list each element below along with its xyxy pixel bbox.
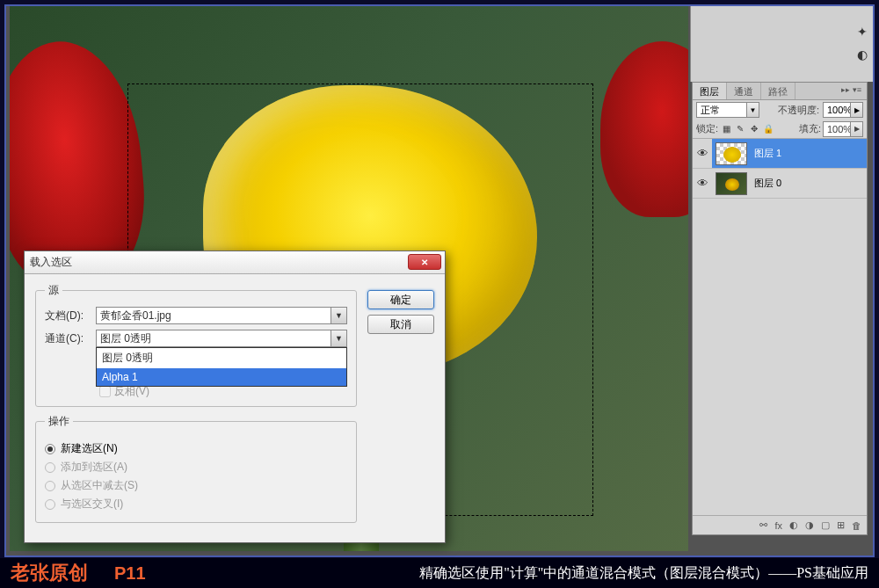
layer-list: 👁 图层 1 👁 图层 0 (693, 139, 867, 199)
dropdown-option-selected[interactable]: Alpha 1 (97, 368, 346, 386)
radio-intersect-selection (45, 499, 55, 510)
lock-all-icon[interactable]: 🔒 (762, 124, 774, 134)
visibility-eye-icon[interactable]: 👁 (693, 177, 712, 190)
panel-menu-icon[interactable]: ▸▸ ▾≡ (836, 83, 867, 99)
channel-dropdown: 图层 0透明 Alpha 1 (96, 347, 347, 387)
layer-row[interactable]: 👁 图层 0 (693, 169, 867, 199)
adjust-tool-icon[interactable]: ◐ (854, 47, 870, 62)
right-tool-strip: ✦ ◐ (852, 24, 873, 76)
layer-name: 图层 1 (751, 147, 781, 160)
lock-pixels-icon[interactable]: ✎ (734, 124, 746, 134)
layer-thumbnail[interactable] (716, 172, 747, 195)
ok-button[interactable]: 确定 (367, 290, 434, 309)
operation-fieldset: 操作 新建选区(N) 添加到选区(A) 从选区中减去(S) (35, 414, 357, 523)
document-select[interactable]: 黄郁金香01.jpg ▼ (96, 307, 347, 324)
fill-value: 100% (827, 124, 852, 134)
tab-paths[interactable]: 路径 (761, 83, 795, 99)
operation-legend: 操作 (45, 414, 73, 429)
layer-row-selected[interactable]: 👁 图层 1 (693, 139, 867, 169)
radio-add-selection (45, 462, 55, 473)
close-button[interactable]: ✕ (408, 254, 441, 270)
new-layer-icon[interactable]: ⊞ (837, 519, 845, 531)
adjustment-layer-icon[interactable]: ◑ (805, 519, 814, 531)
dropdown-option[interactable]: 图层 0透明 (97, 348, 346, 368)
blend-mode-select[interactable]: 正常 ▼ (696, 102, 759, 118)
channel-select[interactable]: 图层 0透明 ▼ 图层 0透明 Alpha 1 (96, 330, 347, 347)
fill-label: 填充: (799, 122, 821, 135)
visibility-eye-icon[interactable]: 👁 (693, 139, 712, 168)
tab-layers[interactable]: 图层 (693, 83, 727, 99)
chevron-down-icon: ▼ (331, 308, 346, 323)
delete-layer-icon[interactable]: 🗑 (852, 520, 861, 531)
app-frame: ✦ ◐ 载入选区 ✕ 源 文档(D): 黄郁金香01.jpg ▼ (4, 4, 875, 557)
lock-transparency-icon[interactable]: ▦ (720, 124, 732, 134)
layer-name: 图层 0 (751, 177, 781, 190)
lock-label: 锁定: (696, 122, 718, 135)
source-legend: 源 (45, 283, 62, 298)
channel-label: 通道(C): (45, 331, 91, 346)
lock-position-icon[interactable]: ✥ (748, 124, 760, 134)
dialog-title: 载入选区 (30, 255, 72, 270)
channel-value: 图层 0透明 (100, 331, 151, 346)
radio-new-selection[interactable] (45, 444, 55, 454)
source-fieldset: 源 文档(D): 黄郁金香01.jpg ▼ 通道(C): 图层 0透明 ▼ (35, 283, 357, 407)
layers-panel: 图层 通道 路径 ▸▸ ▾≡ 正常 ▼ 不透明度: 100% ▶ 锁定: ▦ ✎… (692, 82, 868, 535)
panel-tabs: 图层 通道 路径 ▸▸ ▾≡ (693, 83, 867, 100)
opacity-input[interactable]: 100% ▶ (823, 102, 863, 118)
panel-footer: ⚯ fx ◐ ◑ ▢ ⊞ 🗑 (693, 515, 867, 534)
page-number: P11 (114, 563, 146, 584)
chevron-down-icon: ▼ (331, 330, 346, 346)
op-sub-label: 从选区中减去(S) (61, 478, 138, 493)
link-layers-icon[interactable]: ⚯ (759, 519, 767, 531)
workspace-gray-area: ✦ ◐ (690, 6, 873, 82)
cancel-button[interactable]: 取消 (367, 315, 434, 334)
brush-tool-icon[interactable]: ✦ (854, 24, 870, 40)
document-value: 黄郁金香01.jpg (100, 309, 171, 323)
caption-text: 精确选区使用"计算"中的通道混合模式（图层混合模式）——PS基础应用 (419, 564, 868, 583)
opacity-value: 100% (827, 105, 852, 115)
dialog-titlebar[interactable]: 载入选区 ✕ (25, 251, 445, 274)
load-selection-dialog: 载入选区 ✕ 源 文档(D): 黄郁金香01.jpg ▼ 通道(C): (24, 250, 446, 543)
layer-empty-area (693, 199, 867, 515)
chevron-down-icon: ▼ (746, 103, 759, 117)
invert-checkbox (99, 386, 111, 397)
layer-group-icon[interactable]: ▢ (821, 519, 830, 531)
author-text: 老张原创 (11, 560, 88, 586)
op-new-label: 新建选区(N) (61, 441, 118, 456)
chevron-right-icon: ▶ (850, 103, 862, 117)
layer-mask-icon[interactable]: ◐ (789, 519, 798, 531)
image-content (600, 41, 688, 217)
footer-caption: 老张原创 P11 精确选区使用"计算"中的通道混合模式（图层混合模式）——PS基… (0, 558, 879, 588)
radio-subtract-selection (45, 481, 55, 491)
blend-value: 正常 (701, 104, 720, 117)
op-int-label: 与选区交叉(I) (61, 497, 123, 512)
tab-channels[interactable]: 通道 (727, 83, 761, 99)
layer-thumbnail[interactable] (716, 142, 747, 165)
layer-style-icon[interactable]: fx (774, 520, 782, 531)
op-add-label: 添加到选区(A) (61, 460, 127, 475)
opacity-label: 不透明度: (778, 104, 819, 117)
fill-input[interactable]: 100% ▶ (823, 121, 863, 137)
chevron-right-icon: ▶ (850, 122, 862, 136)
document-label: 文档(D): (45, 309, 91, 323)
